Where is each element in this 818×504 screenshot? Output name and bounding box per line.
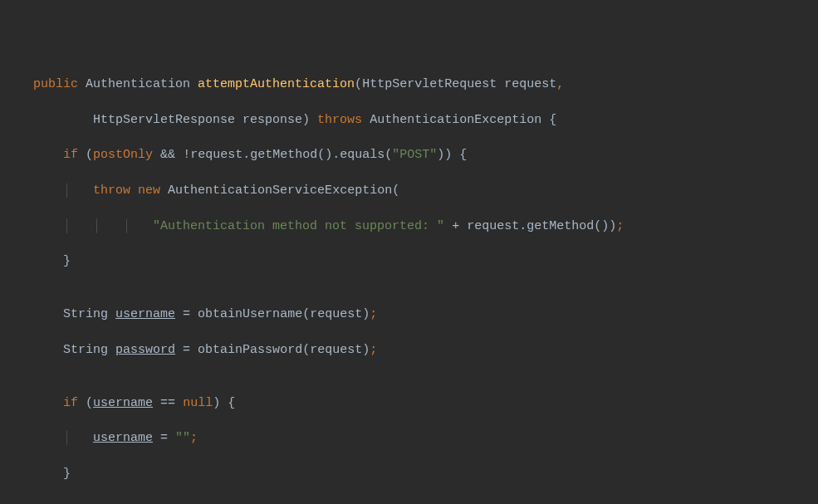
type-authentication: Authentication (86, 77, 190, 91)
keyword-new: new (138, 183, 160, 198)
method-obtainpassword: obtainPassword (198, 343, 302, 357)
code-line: HttpServletResponse response) throws Aut… (33, 111, 818, 129)
var-request: request (310, 307, 362, 321)
code-line: public Authentication attemptAuthenticat… (33, 76, 818, 93)
keyword-throws: throws (317, 113, 362, 127)
var-request: request (467, 219, 519, 233)
type-httpservletresponse: HttpServletResponse (93, 113, 235, 127)
close: ()) (594, 219, 616, 233)
brace: { (228, 396, 235, 410)
indent-guide: │ │ │ (63, 219, 153, 233)
paren: ( (302, 307, 310, 321)
method-obtainusername: obtainUsername (198, 307, 302, 321)
method-getmethod: getMethod (527, 219, 594, 233)
indent-guide: │ (63, 431, 93, 445)
code-editor[interactable]: public Authentication attemptAuthenticat… (33, 76, 818, 504)
op-eq: = (160, 431, 168, 445)
brace: } (63, 254, 71, 268)
code-line: │ throw new AuthenticationServiceExcepti… (33, 182, 818, 199)
semicolon: ; (616, 219, 624, 233)
keyword-null: null (183, 396, 213, 410)
string-msg: "Authentication method not supported: " (153, 219, 444, 233)
paren: ( (302, 343, 310, 357)
param-request: request (504, 77, 556, 91)
code-line: } (33, 465, 818, 482)
dot: . (242, 148, 250, 162)
var-username: username (93, 396, 153, 410)
code-line: │ │ │ "Authentication method not support… (33, 218, 818, 235)
brace: { (549, 113, 556, 127)
paren: ( (86, 396, 93, 410)
brace: } (63, 467, 71, 481)
paren: ( (86, 148, 93, 162)
paren: ( (392, 183, 399, 198)
var-request: request (310, 343, 362, 357)
paren: ) (302, 113, 310, 127)
keyword-if: if (63, 396, 78, 410)
close: ) (213, 396, 220, 410)
code-line: String password = obtainPassword(request… (33, 341, 818, 359)
type-ase: AuthenticationServiceException (168, 183, 392, 198)
comma: , (556, 77, 564, 91)
string-post: "POST" (392, 148, 437, 162)
dot: . (332, 148, 340, 162)
code-line: │ username = ""; (33, 429, 818, 447)
op-not: ! (183, 148, 190, 162)
semicolon: ; (190, 431, 198, 445)
semicolon: ; (370, 307, 377, 321)
close: ) (362, 343, 370, 357)
close: ) (362, 307, 370, 321)
op-eq: == (160, 396, 175, 410)
var-request: request (190, 148, 242, 162)
brace: { (459, 148, 467, 162)
semicolon: ; (370, 343, 377, 357)
code-line: } (33, 252, 818, 270)
paren: ( (385, 148, 392, 162)
type-httpservletrequest: HttpServletRequest (362, 77, 497, 91)
var-postonly: postOnly (93, 148, 153, 162)
op-eq: = (183, 307, 190, 321)
code-line: if (username == null) { (33, 394, 818, 412)
close-parens: )) (437, 148, 452, 162)
keyword-public: public (33, 77, 78, 91)
param-response: response (242, 113, 302, 127)
string-empty: "" (175, 431, 190, 445)
parens: () (317, 148, 332, 162)
indent-guide: │ (63, 183, 93, 198)
type-string: String (63, 307, 108, 321)
var-username: username (93, 431, 153, 445)
var-username: username (115, 307, 175, 321)
method-getmethod: getMethod (250, 148, 317, 162)
method-name: attemptAuthentication (198, 77, 355, 91)
type-string: String (63, 343, 108, 357)
op-eq: = (183, 343, 190, 357)
method-equals: equals (340, 148, 385, 162)
op-and: && (160, 148, 175, 162)
op-plus: + (452, 219, 459, 233)
keyword-throw: throw (93, 183, 130, 198)
code-line: String username = obtainUsername(request… (33, 306, 818, 323)
var-password: password (115, 343, 175, 357)
keyword-if: if (63, 148, 78, 162)
type-exception: AuthenticationException (370, 113, 541, 127)
dot: . (519, 219, 527, 233)
code-line: if (postOnly && !request.getMethod().equ… (33, 146, 818, 164)
